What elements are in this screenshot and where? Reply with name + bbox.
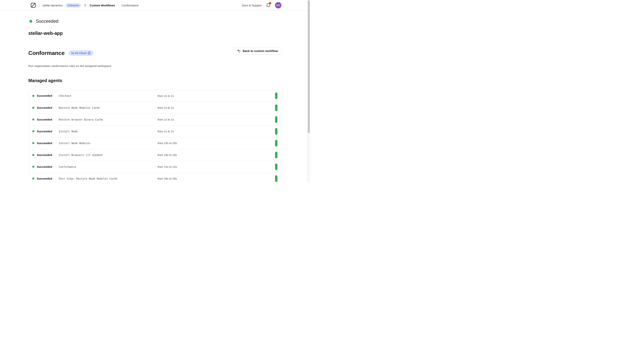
step-name: Restore Browser Binary Cache xyxy=(59,118,157,121)
agent-step-row[interactable]: Succeeded Post Step: Restore Node Module… xyxy=(29,173,281,182)
agent-step-row[interactable]: Succeeded Checkout from 1s to 1s xyxy=(29,90,281,102)
agent-step-row[interactable]: Succeeded Restore Browser Binary Cache f… xyxy=(29,114,281,126)
step-timing: from 23s to 23s xyxy=(157,142,275,145)
step-status-label: Succeeded xyxy=(37,165,52,169)
breadcrumb: / stellar-dynamics Enterprise Custom Wor… xyxy=(30,2,138,8)
step-status: Succeeded xyxy=(32,142,59,145)
status-dot-icon xyxy=(32,95,34,97)
step-name: Install Browsers (if needed) xyxy=(59,154,157,157)
step-name: Conformance xyxy=(59,165,157,168)
step-duration-bar xyxy=(275,175,277,182)
step-status-label: Succeeded xyxy=(37,106,52,110)
step-status: Succeeded xyxy=(32,153,59,157)
step-status: Succeeded xyxy=(32,165,59,169)
step-timing: from 1s to 1s xyxy=(157,94,275,97)
step-timing: from 34s to 34s xyxy=(157,177,275,180)
workflow-section: Conformance by Nx Cloud Run organization… xyxy=(28,45,281,68)
status-dot-icon xyxy=(32,118,34,121)
step-name: Install Node xyxy=(59,130,157,133)
undo-arrow-icon xyxy=(237,49,241,53)
chevrons-up-down-icon[interactable] xyxy=(84,4,87,7)
agent-step-row[interactable]: Succeeded Install Browsers (if needed) f… xyxy=(29,149,281,161)
by-nx-cloud-badge[interactable]: by Nx Cloud xyxy=(69,50,93,56)
agent-step-row[interactable]: Succeeded Install Node Modules from 23s … xyxy=(29,137,281,149)
status-dot-icon xyxy=(32,107,34,109)
avatar[interactable]: NO xyxy=(275,2,281,8)
vertical-scrollbar[interactable] xyxy=(307,0,310,182)
notification-badge-dot xyxy=(269,2,271,4)
nx-cloud-mini-logo-icon xyxy=(88,51,91,55)
step-name: Checkout xyxy=(59,94,157,97)
breadcrumb-page: Conformance xyxy=(122,4,138,7)
docs-support-link[interactable]: Docs & Support xyxy=(242,4,261,7)
step-status: Succeeded xyxy=(32,106,59,110)
step-duration-bar xyxy=(275,152,277,158)
step-name: Install Node Modules xyxy=(59,142,157,145)
navbar-actions: Docs & Support NO xyxy=(242,2,281,8)
status-dot-icon xyxy=(32,130,34,132)
managed-agents-heading: Managed agents xyxy=(28,78,281,83)
breadcrumb-org[interactable]: stellar-dynamics xyxy=(43,4,63,7)
step-timing: from 1s to 1s xyxy=(157,118,275,121)
step-name: Post Step: Restore Node Modules Cache xyxy=(59,177,157,180)
back-button-label: Back to custom workflow xyxy=(243,49,278,53)
step-status: Succeeded xyxy=(32,130,59,133)
step-duration-bar xyxy=(275,92,277,99)
back-to-custom-workflow-button[interactable]: Back to custom workflow xyxy=(234,47,281,55)
step-duration-bar xyxy=(275,104,277,111)
step-status-label: Succeeded xyxy=(37,94,52,97)
scrollbar-thumb[interactable] xyxy=(308,0,310,133)
step-timing: from 1s to 1s xyxy=(157,106,275,109)
step-timing: from 12s to 12s xyxy=(157,165,275,168)
workflow-title: Conformance xyxy=(28,50,65,56)
status-dot-icon xyxy=(32,154,34,156)
main-content: Succeeded stellar-web-app Conformance by… xyxy=(0,0,310,182)
run-status-label: Succeeded xyxy=(36,18,58,24)
step-status-label: Succeeded xyxy=(37,118,52,121)
status-dot-icon xyxy=(32,142,34,144)
step-timing: from 16s to 16s xyxy=(157,153,275,157)
enterprise-badge[interactable]: Enterprise xyxy=(66,3,81,7)
step-status: Succeeded xyxy=(32,94,59,97)
step-duration-bar xyxy=(275,128,277,135)
top-navbar: / stellar-dynamics Enterprise Custom Wor… xyxy=(0,0,310,11)
agent-step-row[interactable]: Succeeded Conformance from 12s to 12s xyxy=(29,161,281,173)
breadcrumb-separator: / xyxy=(118,3,119,7)
step-timing: from 1s to 1s xyxy=(157,130,275,133)
breadcrumb-separator: / xyxy=(39,3,40,7)
step-duration-bar xyxy=(275,116,277,123)
run-status: Succeeded xyxy=(28,18,281,24)
agent-step-row[interactable]: Succeeded Restore Node Modules Cache fro… xyxy=(29,102,281,114)
step-status-label: Succeeded xyxy=(37,142,52,145)
step-status: Succeeded xyxy=(32,177,59,180)
agent-step-row[interactable]: Succeeded Install Node from 1s to 1s xyxy=(29,126,281,137)
step-duration-bar xyxy=(275,163,277,170)
status-dot-icon xyxy=(30,20,32,23)
managed-agents-list: Succeeded Checkout from 1s to 1s Succeed… xyxy=(28,90,281,182)
step-duration-bar xyxy=(275,140,277,147)
step-name: Restore Node Modules Cache xyxy=(59,106,157,109)
notifications-bell-icon[interactable] xyxy=(266,3,271,7)
by-nx-cloud-label: by Nx Cloud xyxy=(71,51,86,55)
step-status-label: Succeeded xyxy=(37,177,52,180)
status-dot-icon xyxy=(32,166,34,168)
workspace-title: stellar-web-app xyxy=(28,30,281,36)
workflow-description: Run organization conformance rules on th… xyxy=(28,64,281,68)
step-status: Succeeded xyxy=(32,118,59,121)
step-status-label: Succeeded xyxy=(37,130,52,133)
breadcrumb-section[interactable]: Custom Workflows xyxy=(89,4,115,7)
step-status-label: Succeeded xyxy=(37,153,52,157)
status-dot-icon xyxy=(32,177,34,180)
nx-cloud-logo-icon[interactable] xyxy=(30,2,36,8)
